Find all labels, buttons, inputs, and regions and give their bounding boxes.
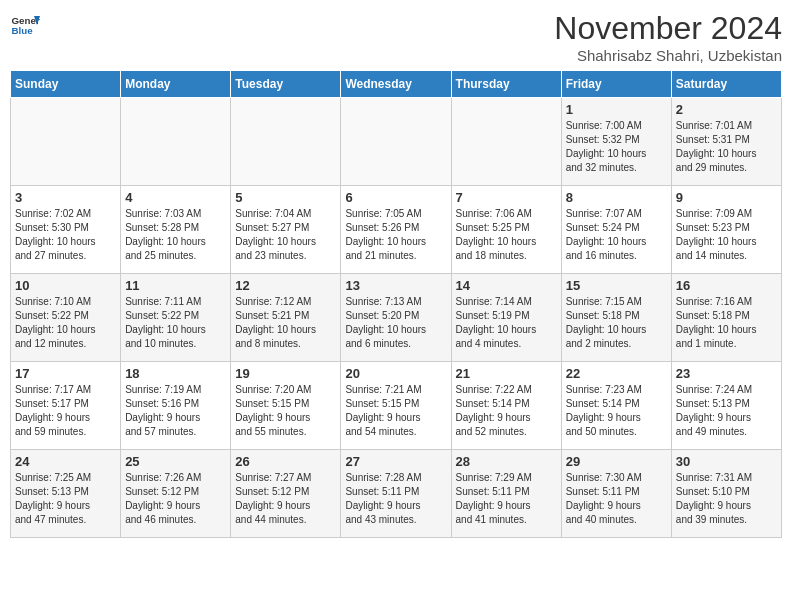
calendar-cell: 29Sunrise: 7:30 AM Sunset: 5:11 PM Dayli… xyxy=(561,450,671,538)
day-of-week-header: Friday xyxy=(561,71,671,98)
calendar-cell: 7Sunrise: 7:06 AM Sunset: 5:25 PM Daylig… xyxy=(451,186,561,274)
calendar-cell: 1Sunrise: 7:00 AM Sunset: 5:32 PM Daylig… xyxy=(561,98,671,186)
calendar-cell: 24Sunrise: 7:25 AM Sunset: 5:13 PM Dayli… xyxy=(11,450,121,538)
calendar-cell xyxy=(231,98,341,186)
location-subtitle: Shahrisabz Shahri, Uzbekistan xyxy=(554,47,782,64)
day-number: 27 xyxy=(345,454,446,469)
calendar-cell: 23Sunrise: 7:24 AM Sunset: 5:13 PM Dayli… xyxy=(671,362,781,450)
day-of-week-header: Wednesday xyxy=(341,71,451,98)
day-info: Sunrise: 7:02 AM Sunset: 5:30 PM Dayligh… xyxy=(15,207,116,263)
day-info: Sunrise: 7:09 AM Sunset: 5:23 PM Dayligh… xyxy=(676,207,777,263)
calendar-cell: 10Sunrise: 7:10 AM Sunset: 5:22 PM Dayli… xyxy=(11,274,121,362)
title-block: November 2024 Shahrisabz Shahri, Uzbekis… xyxy=(554,10,782,64)
day-info: Sunrise: 7:19 AM Sunset: 5:16 PM Dayligh… xyxy=(125,383,226,439)
day-of-week-header: Thursday xyxy=(451,71,561,98)
calendar-header: SundayMondayTuesdayWednesdayThursdayFrid… xyxy=(11,71,782,98)
calendar-cell xyxy=(451,98,561,186)
day-info: Sunrise: 7:17 AM Sunset: 5:17 PM Dayligh… xyxy=(15,383,116,439)
calendar-cell: 13Sunrise: 7:13 AM Sunset: 5:20 PM Dayli… xyxy=(341,274,451,362)
day-info: Sunrise: 7:13 AM Sunset: 5:20 PM Dayligh… xyxy=(345,295,446,351)
day-info: Sunrise: 7:16 AM Sunset: 5:18 PM Dayligh… xyxy=(676,295,777,351)
day-info: Sunrise: 7:20 AM Sunset: 5:15 PM Dayligh… xyxy=(235,383,336,439)
day-of-week-header: Monday xyxy=(121,71,231,98)
day-info: Sunrise: 7:30 AM Sunset: 5:11 PM Dayligh… xyxy=(566,471,667,527)
calendar-cell xyxy=(341,98,451,186)
calendar-cell: 17Sunrise: 7:17 AM Sunset: 5:17 PM Dayli… xyxy=(11,362,121,450)
day-number: 13 xyxy=(345,278,446,293)
calendar-cell xyxy=(121,98,231,186)
calendar-cell: 22Sunrise: 7:23 AM Sunset: 5:14 PM Dayli… xyxy=(561,362,671,450)
day-number: 29 xyxy=(566,454,667,469)
day-number: 8 xyxy=(566,190,667,205)
calendar-week-row: 10Sunrise: 7:10 AM Sunset: 5:22 PM Dayli… xyxy=(11,274,782,362)
day-number: 24 xyxy=(15,454,116,469)
day-number: 7 xyxy=(456,190,557,205)
calendar-cell: 15Sunrise: 7:15 AM Sunset: 5:18 PM Dayli… xyxy=(561,274,671,362)
calendar-cell: 18Sunrise: 7:19 AM Sunset: 5:16 PM Dayli… xyxy=(121,362,231,450)
calendar-cell: 16Sunrise: 7:16 AM Sunset: 5:18 PM Dayli… xyxy=(671,274,781,362)
day-info: Sunrise: 7:21 AM Sunset: 5:15 PM Dayligh… xyxy=(345,383,446,439)
calendar-cell: 4Sunrise: 7:03 AM Sunset: 5:28 PM Daylig… xyxy=(121,186,231,274)
day-of-week-header: Saturday xyxy=(671,71,781,98)
calendar-cell: 9Sunrise: 7:09 AM Sunset: 5:23 PM Daylig… xyxy=(671,186,781,274)
day-number: 20 xyxy=(345,366,446,381)
day-number: 18 xyxy=(125,366,226,381)
day-number: 12 xyxy=(235,278,336,293)
day-info: Sunrise: 7:10 AM Sunset: 5:22 PM Dayligh… xyxy=(15,295,116,351)
day-info: Sunrise: 7:27 AM Sunset: 5:12 PM Dayligh… xyxy=(235,471,336,527)
day-info: Sunrise: 7:23 AM Sunset: 5:14 PM Dayligh… xyxy=(566,383,667,439)
calendar-cell: 12Sunrise: 7:12 AM Sunset: 5:21 PM Dayli… xyxy=(231,274,341,362)
day-number: 10 xyxy=(15,278,116,293)
day-info: Sunrise: 7:03 AM Sunset: 5:28 PM Dayligh… xyxy=(125,207,226,263)
calendar-table: SundayMondayTuesdayWednesdayThursdayFrid… xyxy=(10,70,782,538)
day-number: 4 xyxy=(125,190,226,205)
day-number: 14 xyxy=(456,278,557,293)
day-info: Sunrise: 7:14 AM Sunset: 5:19 PM Dayligh… xyxy=(456,295,557,351)
logo-icon: General Blue xyxy=(10,10,40,40)
day-info: Sunrise: 7:15 AM Sunset: 5:18 PM Dayligh… xyxy=(566,295,667,351)
calendar-cell: 6Sunrise: 7:05 AM Sunset: 5:26 PM Daylig… xyxy=(341,186,451,274)
day-number: 6 xyxy=(345,190,446,205)
day-number: 9 xyxy=(676,190,777,205)
day-info: Sunrise: 7:06 AM Sunset: 5:25 PM Dayligh… xyxy=(456,207,557,263)
day-number: 2 xyxy=(676,102,777,117)
day-info: Sunrise: 7:00 AM Sunset: 5:32 PM Dayligh… xyxy=(566,119,667,175)
day-info: Sunrise: 7:11 AM Sunset: 5:22 PM Dayligh… xyxy=(125,295,226,351)
calendar-cell: 26Sunrise: 7:27 AM Sunset: 5:12 PM Dayli… xyxy=(231,450,341,538)
svg-text:Blue: Blue xyxy=(12,25,34,36)
day-number: 1 xyxy=(566,102,667,117)
calendar-cell: 8Sunrise: 7:07 AM Sunset: 5:24 PM Daylig… xyxy=(561,186,671,274)
day-number: 16 xyxy=(676,278,777,293)
day-number: 19 xyxy=(235,366,336,381)
day-number: 25 xyxy=(125,454,226,469)
day-of-week-header: Tuesday xyxy=(231,71,341,98)
calendar-week-row: 3Sunrise: 7:02 AM Sunset: 5:30 PM Daylig… xyxy=(11,186,782,274)
calendar-cell: 2Sunrise: 7:01 AM Sunset: 5:31 PM Daylig… xyxy=(671,98,781,186)
day-number: 3 xyxy=(15,190,116,205)
day-number: 17 xyxy=(15,366,116,381)
day-number: 26 xyxy=(235,454,336,469)
day-number: 23 xyxy=(676,366,777,381)
calendar-week-row: 24Sunrise: 7:25 AM Sunset: 5:13 PM Dayli… xyxy=(11,450,782,538)
logo: General Blue xyxy=(10,10,40,40)
calendar-cell: 20Sunrise: 7:21 AM Sunset: 5:15 PM Dayli… xyxy=(341,362,451,450)
calendar-cell: 19Sunrise: 7:20 AM Sunset: 5:15 PM Dayli… xyxy=(231,362,341,450)
day-number: 22 xyxy=(566,366,667,381)
day-info: Sunrise: 7:28 AM Sunset: 5:11 PM Dayligh… xyxy=(345,471,446,527)
calendar-week-row: 17Sunrise: 7:17 AM Sunset: 5:17 PM Dayli… xyxy=(11,362,782,450)
day-info: Sunrise: 7:25 AM Sunset: 5:13 PM Dayligh… xyxy=(15,471,116,527)
header-row: SundayMondayTuesdayWednesdayThursdayFrid… xyxy=(11,71,782,98)
calendar-cell: 25Sunrise: 7:26 AM Sunset: 5:12 PM Dayli… xyxy=(121,450,231,538)
day-info: Sunrise: 7:24 AM Sunset: 5:13 PM Dayligh… xyxy=(676,383,777,439)
calendar-cell: 14Sunrise: 7:14 AM Sunset: 5:19 PM Dayli… xyxy=(451,274,561,362)
calendar-body: 1Sunrise: 7:00 AM Sunset: 5:32 PM Daylig… xyxy=(11,98,782,538)
month-title: November 2024 xyxy=(554,10,782,47)
day-info: Sunrise: 7:29 AM Sunset: 5:11 PM Dayligh… xyxy=(456,471,557,527)
day-number: 5 xyxy=(235,190,336,205)
day-info: Sunrise: 7:26 AM Sunset: 5:12 PM Dayligh… xyxy=(125,471,226,527)
day-info: Sunrise: 7:22 AM Sunset: 5:14 PM Dayligh… xyxy=(456,383,557,439)
day-number: 30 xyxy=(676,454,777,469)
calendar-cell: 21Sunrise: 7:22 AM Sunset: 5:14 PM Dayli… xyxy=(451,362,561,450)
day-number: 21 xyxy=(456,366,557,381)
calendar-cell: 27Sunrise: 7:28 AM Sunset: 5:11 PM Dayli… xyxy=(341,450,451,538)
